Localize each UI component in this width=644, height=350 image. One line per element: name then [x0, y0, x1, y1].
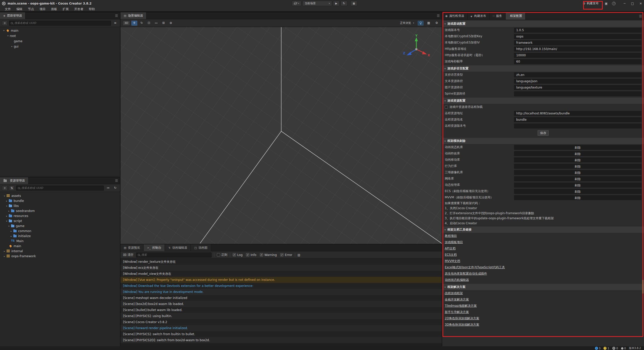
scene-settings-gear-icon[interactable]: ⚙ [434, 21, 440, 26]
remove-module-button[interactable]: 剔除 [575, 184, 581, 187]
field-input[interactable]: language/texture [514, 85, 641, 90]
asset-node[interactable]: ▾ script [0, 218, 120, 224]
remove-module-button[interactable]: 剔除 [575, 152, 581, 156]
tab-assets[interactable]: 资源管理器 [0, 177, 29, 184]
log-entry[interactable]: ! ❯ [Scene] [bullet]:bullet wasm lib loa… [120, 307, 442, 313]
asset-node[interactable]: ▸ common [0, 229, 120, 234]
asset-node[interactable]: ▸ internal [0, 249, 120, 254]
grid-toggle-icon[interactable]: ▦ [426, 21, 432, 26]
inspector-tab[interactable]: ∷ 服务 [490, 12, 506, 20]
screenshot-icon[interactable]: ▣ [605, 2, 608, 5]
tab-scene-editor[interactable]: ▤ 场景编辑器 [120, 12, 147, 19]
expand-arrow-icon[interactable]: ▸ [5, 200, 9, 202]
inspector-tab[interactable]: ◉ 属性检查器 [442, 12, 468, 20]
hierarchy-search-input[interactable] [14, 21, 109, 25]
log-file-icon[interactable]: ▤ [298, 253, 300, 257]
field-input[interactable] [514, 123, 641, 128]
expand-arrow-icon[interactable]: ▾ [6, 35, 10, 37]
expand-arrow-icon[interactable]: ▸ [7, 210, 11, 212]
asset-node[interactable]: ▾ libs [0, 203, 120, 208]
field-input[interactable]: framework [514, 40, 641, 45]
menu-item[interactable]: 扩展 [60, 7, 71, 11]
expand-arrow-icon[interactable]: ▾ [5, 220, 9, 222]
pivot-tool-icon[interactable]: ⊕ [168, 21, 174, 26]
log-entry[interactable]: ! ❯ [Scene] [PHYSICS2D]: switch from box… [120, 337, 442, 343]
expand-arrow-icon[interactable]: ▾ [5, 205, 9, 207]
hierarchy-node[interactable]: ▾ main [0, 28, 120, 33]
expand-arrow-icon[interactable]: ▸ [9, 235, 13, 237]
field-input[interactable]: oops [514, 34, 641, 39]
preview-platform-button[interactable]: ▾ [292, 1, 301, 6]
hierarchy-node[interactable]: ▾ root [0, 33, 120, 38]
remove-module-button[interactable]: 剔除 [575, 190, 581, 193]
expand-arrow-icon[interactable]: ▸ [3, 255, 6, 257]
qr-preview-button[interactable]: ▦ [350, 1, 357, 6]
menu-item[interactable]: 开发者 [71, 7, 86, 11]
view-mode-dropdown[interactable]: 正常浏览 ▾ [398, 21, 416, 26]
maximize-button[interactable]: □ [631, 2, 634, 5]
log-entry[interactable]: ! ❯ [Scene] [PHYSICS]: switch from built… [120, 331, 442, 337]
assets-search[interactable] [16, 186, 104, 191]
asset-node[interactable]: Main [0, 239, 120, 244]
sort-assets-icon[interactable]: ⇅ [9, 186, 15, 191]
remove-module-button[interactable]: 剔除 [575, 158, 581, 162]
log-entry[interactable]: ! ❯ [Scene] Forward render pipeline init… [120, 325, 442, 331]
solution-link[interactable]: Tiledmap地图解决方案 [442, 303, 477, 309]
refresh-icon[interactable]: ↻ [112, 186, 118, 191]
move-tool-icon[interactable]: ✛ [131, 21, 137, 26]
log-entry[interactable]: ! ❯ [Window] ecs文件夹存在 [120, 265, 442, 271]
filter-icon[interactable]: ≡ [112, 21, 118, 26]
log-entry[interactable]: ! ❯ [Window] You are running Vue in deve… [120, 289, 442, 295]
asset-filter-icon[interactable]: ≔ [105, 186, 111, 191]
menu-item[interactable]: 项目 [37, 7, 48, 11]
panel-menu-icon[interactable]: ☰ [639, 14, 642, 18]
rotate-tool-icon[interactable]: ↻ [139, 21, 145, 26]
section-header-solutions[interactable]: ▾ 框架解决方案 [442, 284, 644, 290]
field-input[interactable]: 60 [514, 59, 641, 64]
scene-select-dropdown[interactable]: 当前场景 ▾ [302, 1, 332, 6]
hierarchy-node[interactable]: game [0, 38, 120, 44]
doc-link[interactable]: 动画状态机编辑器 [442, 277, 469, 283]
remove-module-button[interactable]: 剔除 [575, 146, 581, 149]
close-button[interactable]: ✕ [639, 2, 642, 5]
asset-node[interactable]: ▸ initialize [0, 234, 120, 239]
menu-item[interactable]: 帮助 [86, 7, 98, 11]
field-input[interactable]: http://localhost:8083/assets/bundle [514, 111, 641, 116]
regex-checkbox[interactable]: 正则 [217, 253, 227, 257]
inspector-tab[interactable]: ▲ 构建发布 [468, 12, 490, 20]
expand-arrow-icon[interactable]: ▾ [2, 29, 6, 32]
field-input[interactable]: bundle [514, 117, 641, 122]
log-filter-checkbox[interactable]: ✓ Info [246, 253, 256, 257]
log-filter-checkbox[interactable]: ✓ Log [233, 253, 243, 257]
expand-arrow-icon[interactable]: ▾ [7, 225, 11, 227]
toggle-3d-button[interactable]: 3D [123, 21, 130, 26]
expand-arrow-icon[interactable]: ▾ [3, 195, 6, 197]
solution-link[interactable]: 新手引导解决方案 [442, 309, 469, 315]
error-count[interactable]: ✕ 0 [612, 347, 618, 350]
assets-search-input[interactable] [21, 186, 102, 190]
console-tab[interactable]: ▤ 资源预览 [120, 244, 144, 251]
section-header-basic[interactable]: ▾ 游戏基础配置 [442, 21, 644, 27]
section-header-docs[interactable]: ▾ 框架文档工具链接 [442, 227, 644, 233]
menu-item[interactable]: 节点 [25, 7, 37, 11]
scene-light-toggle[interactable] [418, 21, 424, 26]
log-filter-checkbox[interactable]: ✓ Error [280, 253, 292, 257]
remote-load-checkbox[interactable]: 游戏中资源是否远程加载 [442, 104, 644, 110]
create-asset-button[interactable]: + [2, 186, 8, 191]
field-input[interactable]: language/json [514, 79, 641, 84]
clear-console-button[interactable]: ⌧ 清空 [123, 253, 134, 257]
hierarchy-node[interactable]: ▸ gui [0, 44, 120, 49]
build-publish-button[interactable]: ⚙ 构建发布 [581, 1, 600, 6]
asset-node[interactable]: ▾ assets [0, 193, 120, 198]
inspector-tab[interactable]: 框架配置 [506, 12, 526, 20]
expand-arrow-icon[interactable]: ▸ [3, 250, 6, 252]
doc-link[interactable]: 游戏模板项目 [442, 239, 463, 245]
scrollbar-thumb[interactable] [642, 280, 643, 294]
field-input[interactable]: zh,en [514, 72, 641, 77]
log-entry[interactable]: ! ❯ [Window] model_view文件夹存在 [120, 271, 442, 277]
asset-node[interactable]: ▸ resources [0, 213, 120, 218]
asset-node[interactable]: ▸ seedrandom [0, 208, 120, 213]
log-entry[interactable]: ! ❯ [Window] Download the Vue Devtools e… [120, 283, 442, 289]
field-input[interactable] [514, 91, 641, 96]
log-filter-checkbox[interactable]: ✓ Warning [260, 253, 277, 257]
